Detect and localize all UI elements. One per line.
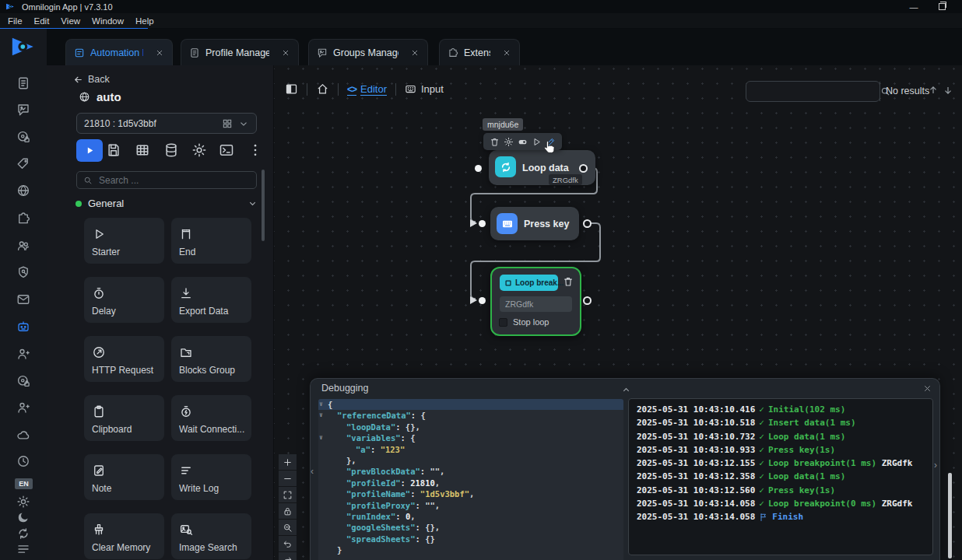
port-in-loop-data[interactable] <box>475 165 482 172</box>
sidebar-shield-check-icon[interactable] <box>16 265 30 279</box>
window-minimize-button[interactable]: — <box>904 1 923 12</box>
close-tab-icon[interactable] <box>410 48 420 58</box>
menu-edit[interactable]: Edit <box>34 16 50 26</box>
tab-profile-management[interactable]: Profile Management <box>181 39 299 65</box>
delete-icon[interactable] <box>490 137 500 147</box>
json-line[interactable]: "loopData": {}, <box>318 422 623 432</box>
json-line[interactable]: ∨"referenceData": { <box>318 410 623 421</box>
close-tab-icon[interactable] <box>155 48 164 58</box>
profile-selector[interactable]: 21810 : 1d5v3bbf <box>76 113 257 134</box>
debug-json-viewer[interactable]: ∨{∨"referenceData": {"loopData": {},∨"va… <box>318 399 623 560</box>
edit-icon[interactable] <box>546 137 556 147</box>
port-out-loop-data[interactable] <box>579 164 588 173</box>
sidebar-refresh-icon[interactable] <box>16 527 30 541</box>
block-clear-memory[interactable]: Clear Memory <box>84 513 164 559</box>
run-button[interactable] <box>76 139 103 162</box>
json-line[interactable]: "profileName": "1d5v3bbf", <box>318 488 623 499</box>
node-press-key[interactable]: Press key <box>490 207 579 240</box>
close-tab-icon[interactable] <box>502 48 511 58</box>
close-panel-icon[interactable] <box>922 383 932 394</box>
sidebar-proxies-icon[interactable] <box>16 184 30 198</box>
more-button[interactable] <box>248 142 263 158</box>
menu-help[interactable]: Help <box>135 16 154 26</box>
window-restore-button[interactable] <box>932 1 951 12</box>
sidebar-mail-icon[interactable] <box>16 292 30 306</box>
json-line[interactable]: "googleSheets": {}, <box>318 522 623 533</box>
sidebar-cloud-sync-icon[interactable] <box>16 428 30 442</box>
port-out-loop-break[interactable] <box>583 296 592 305</box>
block-blocks-group[interactable]: Blocks Group <box>171 336 251 382</box>
run-node-icon[interactable] <box>532 137 542 147</box>
block-image-search[interactable]: Image Search <box>171 513 251 559</box>
scroll-right-icon[interactable]: › <box>934 460 937 471</box>
json-line[interactable]: ∨{ <box>318 399 623 410</box>
sidebar-profiles-icon[interactable] <box>16 76 30 90</box>
block-export-data[interactable]: Export Data <box>171 277 251 323</box>
stop-loop-option[interactable]: Stop loop <box>499 317 549 327</box>
json-line[interactable]: "profileProxy": "", <box>318 500 623 511</box>
block-end[interactable]: End <box>171 218 251 264</box>
close-tab-icon[interactable] <box>281 48 290 58</box>
tab-groups-management[interactable]: Groups Management <box>308 39 428 65</box>
settings-button[interactable] <box>191 142 207 158</box>
port-in-loop-break[interactable] <box>479 297 486 304</box>
loop-break-field[interactable] <box>500 296 572 312</box>
json-line[interactable]: }, <box>318 455 623 466</box>
settings-icon[interactable] <box>504 137 514 147</box>
json-line[interactable]: } <box>318 544 623 555</box>
trash-icon[interactable] <box>563 276 574 287</box>
json-line[interactable]: "spreadSheets": {} <box>318 534 623 544</box>
sidebar-dark-mode-icon[interactable] <box>16 510 30 524</box>
sidebar-team-icon[interactable] <box>16 239 30 253</box>
sidebar-settings-icon[interactable] <box>16 495 30 509</box>
sidebar-messages-icon[interactable] <box>16 103 30 117</box>
collapse-node-icon[interactable]: ∨ <box>319 410 323 421</box>
sidebar-extensions-icon[interactable] <box>16 212 30 226</box>
terminal-button[interactable] <box>219 142 234 158</box>
stop-loop-checkbox[interactable] <box>499 318 507 327</box>
scroll-left-icon[interactable]: ‹ <box>311 466 314 477</box>
menu-window[interactable]: Window <box>92 16 124 26</box>
block-wait-connecti[interactable]: Wait Connecti... <box>171 395 251 441</box>
node-loop-break-selected[interactable]: Loop break... Stop loop <box>490 267 581 336</box>
panel-scrollbar[interactable] <box>262 170 265 241</box>
section-general[interactable]: General <box>75 198 258 209</box>
menu-view[interactable]: View <box>61 16 80 26</box>
block-http-request[interactable]: HTTP Request <box>84 336 164 382</box>
block-note[interactable]: Note <box>84 454 164 500</box>
enable-toggle-icon[interactable] <box>518 137 528 147</box>
block-clipboard[interactable]: Clipboard <box>84 395 164 441</box>
json-line[interactable]: ∨"variables": { <box>318 432 623 443</box>
json-line[interactable]: "a": "123" <box>318 444 623 455</box>
menu-file[interactable]: File <box>8 16 23 26</box>
port-out-press-key[interactable] <box>583 219 592 228</box>
data-button[interactable] <box>163 142 179 158</box>
language-badge[interactable]: EN <box>15 478 33 489</box>
log-scrollbar[interactable] <box>948 473 952 558</box>
json-line[interactable]: "profileId": 21810, <box>318 478 623 488</box>
block-write-log[interactable]: Write Log <box>171 454 251 500</box>
back-button[interactable]: Back <box>73 74 110 85</box>
port-in-press-key[interactable] <box>479 220 486 227</box>
tab-automation-flow[interactable]: Automation Flow <box>65 39 173 65</box>
collapse-panel-icon[interactable] <box>621 385 631 395</box>
sidebar-disc-key-icon[interactable] <box>16 374 30 388</box>
save-button[interactable] <box>106 142 121 158</box>
json-line[interactable]: "prevBlockData": "", <box>318 466 623 477</box>
blocks-search[interactable] <box>76 171 257 189</box>
brand-logo[interactable] <box>9 33 37 60</box>
sidebar-tags-icon[interactable] <box>16 157 30 171</box>
sidebar-invite-user-icon[interactable] <box>16 347 30 361</box>
sidebar-history-icon[interactable] <box>16 454 30 468</box>
debug-log[interactable]: 2025-05-31 10:43:10.416✓Initial(102 ms)2… <box>628 398 933 555</box>
block-delay[interactable]: Delay <box>84 277 164 323</box>
sidebar-add-member-icon[interactable] <box>16 401 30 415</box>
table-view-button[interactable] <box>135 142 150 158</box>
json-line[interactable]: "runIndex": 0, <box>318 511 623 522</box>
blocks-search-input[interactable] <box>97 174 250 187</box>
block-starter[interactable]: Starter <box>84 218 164 264</box>
tab-extensions[interactable]: Extensions <box>439 39 520 65</box>
collapse-node-icon[interactable]: ∨ <box>319 399 323 410</box>
collapse-node-icon[interactable]: ∨ <box>319 432 323 443</box>
sidebar-automation-icon[interactable] <box>16 320 30 334</box>
